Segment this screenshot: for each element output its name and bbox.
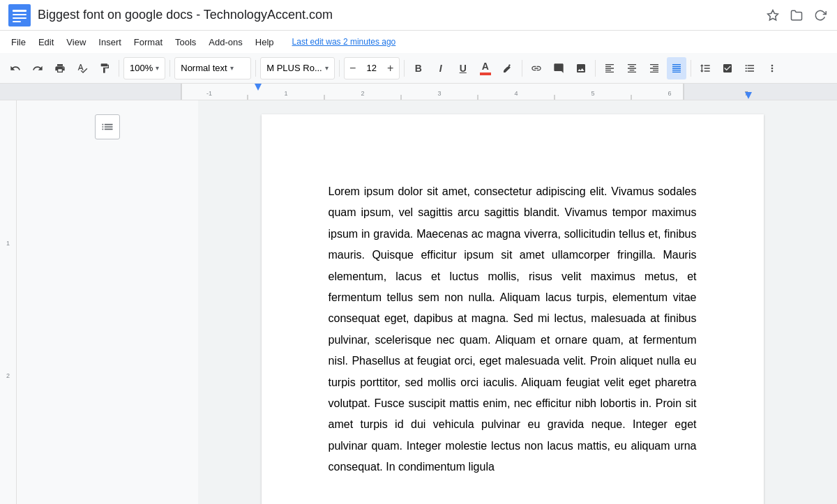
app-icon [8,4,31,26]
star-icon[interactable] [764,7,781,24]
title-icons [764,7,829,24]
cloud-sync-icon[interactable] [812,7,829,24]
spellcheck-button[interactable] [73,57,92,79]
font-size-group: − 12 + [344,57,400,79]
align-right-button[interactable] [644,57,664,79]
svg-text:-1: -1 [206,90,212,97]
main-area: 1 2 3 Lorem ipsum dolor sit amet, consec… [0,100,837,504]
font-size-decrease[interactable]: − [345,58,361,79]
font-caret: ▾ [325,64,329,72]
style-dropdown[interactable]: Normal text ▾ [174,57,251,79]
svg-text:3: 3 [437,90,441,97]
separator-1 [119,60,119,77]
separator-7 [595,60,596,77]
underline-button[interactable]: U [453,57,473,79]
separator-6 [522,60,522,77]
style-value: Normal text [181,63,227,73]
left-ruler: 1 2 3 [0,100,17,504]
italic-button[interactable]: I [431,57,451,79]
separator-8 [691,60,691,77]
scrollbar-area[interactable] [827,100,837,504]
insert-image-button[interactable] [571,57,591,79]
svg-rect-7 [0,84,181,100]
last-edit-status[interactable]: Last edit was 2 minutes ago [292,37,396,47]
separator-2 [169,60,170,77]
text-color-icon: A [480,61,491,75]
svg-rect-1 [13,10,27,12]
svg-text:4: 4 [514,90,518,97]
highlight-button[interactable] [498,57,518,79]
left-panel [17,100,198,504]
document-outline-button[interactable] [95,114,120,139]
font-size-value[interactable]: 12 [361,63,382,73]
svg-rect-8 [684,84,837,100]
align-center-button[interactable] [622,57,642,79]
svg-text:1: 1 [284,90,287,97]
document-area[interactable]: Lorem ipsum dolor sit amet, consectetur … [198,100,827,504]
menu-tools[interactable]: Tools [169,34,202,50]
menu-edit[interactable]: Edit [33,34,59,50]
separator-4 [339,60,340,77]
zoom-dropdown[interactable]: 100% ▾ [123,57,165,79]
menu-help[interactable]: Help [250,34,280,50]
font-size-increase[interactable]: + [382,58,399,79]
document-page: Lorem ipsum dolor sit amet, consectetur … [262,114,764,504]
toolbar: 100% ▾ Normal text ▾ M PLUS Ro... ▾ − 12… [0,53,837,84]
more-options-button[interactable] [762,57,782,79]
drive-folder-icon[interactable] [788,7,805,24]
checklist-button[interactable] [718,57,737,79]
title-bar: Biggest font on google docs - Technology… [0,0,837,31]
menu-format[interactable]: Format [128,34,168,50]
separator-5 [404,60,405,77]
bold-button[interactable]: B [409,57,428,79]
ruler-mark-1: 1 [6,240,10,247]
ruler: -1 1 2 3 4 5 6 7 [0,84,837,100]
text-color-button[interactable]: A [476,57,495,79]
paint-format-button[interactable] [95,57,114,79]
style-caret: ▾ [230,64,234,72]
undo-button[interactable] [6,57,25,79]
line-spacing-button[interactable] [695,57,715,79]
ruler-svg: -1 1 2 3 4 5 6 7 [0,84,837,100]
align-justify-button[interactable] [667,57,686,79]
insert-link-button[interactable] [527,57,546,79]
menu-view[interactable]: View [61,34,91,50]
separator-3 [255,60,256,77]
text-color-label: A [482,61,489,72]
align-left-button[interactable] [600,57,619,79]
document-title: Biggest font on google docs - Technology… [38,8,764,22]
highlight-icon [502,63,513,74]
redo-button[interactable] [28,57,47,79]
menu-insert[interactable]: Insert [93,34,127,50]
svg-rect-4 [13,21,21,22]
zoom-value: 100% [130,63,153,73]
svg-marker-5 [768,10,778,20]
text-color-bar [480,72,491,75]
font-value: M PLUS Ro... [266,63,322,73]
menu-bar: File Edit View Insert Format Tools Add-o… [0,31,837,53]
svg-rect-2 [13,14,27,15]
document-content[interactable]: Lorem ipsum dolor sit amet, consectetur … [329,181,697,478]
menu-addons[interactable]: Add-ons [203,34,248,50]
zoom-caret: ▾ [156,64,159,72]
svg-rect-3 [13,17,27,19]
svg-text:6: 6 [668,90,671,97]
print-button[interactable] [50,57,70,79]
font-dropdown[interactable]: M PLUS Ro... ▾ [260,57,334,79]
bullet-list-button[interactable] [740,57,760,79]
ruler-mark-2: 2 [6,372,10,379]
svg-text:5: 5 [591,90,594,97]
menu-file[interactable]: File [6,34,31,50]
svg-text:2: 2 [361,90,364,97]
insert-comment-button[interactable] [549,57,568,79]
